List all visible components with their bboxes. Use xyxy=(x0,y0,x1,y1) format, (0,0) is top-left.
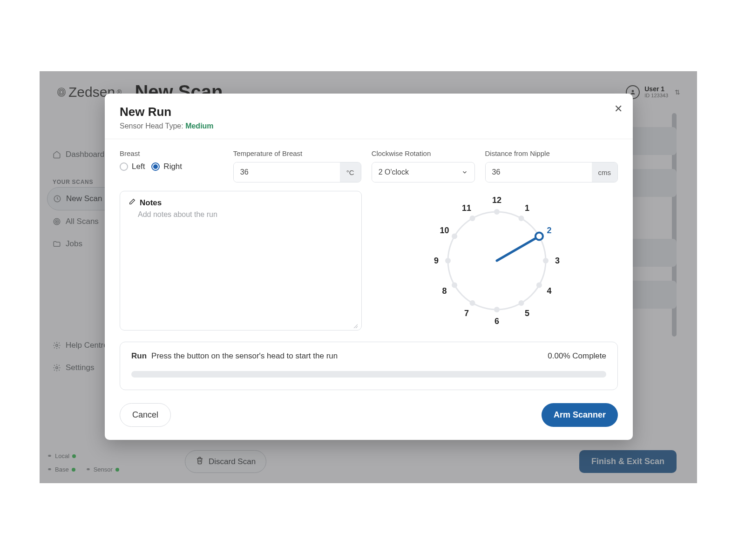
progress-bar xyxy=(131,371,606,378)
clock-hour-label: 10 xyxy=(440,226,449,235)
field-label: Distance from Nipple xyxy=(485,149,618,157)
clock-tick[interactable] xyxy=(543,258,549,263)
select-value: 2 O'clock xyxy=(372,162,455,182)
svg-line-10 xyxy=(354,324,358,328)
field-label: Breast xyxy=(120,149,223,157)
clock-tick[interactable] xyxy=(519,216,524,221)
chevron-down-icon xyxy=(455,162,474,182)
app-frame: Zedsen® New Scan User 1 ID 123343 ⇅ xyxy=(40,71,697,483)
clock-hour-label: 2 xyxy=(547,226,552,235)
pencil-icon xyxy=(129,198,136,208)
clock-selected-marker[interactable] xyxy=(535,233,543,240)
sensor-type-value: Medium xyxy=(185,122,213,130)
clock-hand[interactable] xyxy=(497,236,539,261)
field-label: Temperature of Breast xyxy=(233,149,361,157)
temperature-field: Temperature of Breast °C xyxy=(233,149,361,182)
radio-label: Left xyxy=(132,162,145,171)
notes-placeholder: Add notes about the run xyxy=(129,210,353,219)
clock-hour-label: 5 xyxy=(525,309,529,318)
rotation-field: Clockwise Rotation 2 O'clock xyxy=(372,149,475,182)
modal-header: New Run Sensor Head Type: Medium ✕ xyxy=(105,94,633,139)
clock-hour-label: 4 xyxy=(547,286,552,296)
run-label: Run xyxy=(131,351,147,361)
distance-input[interactable] xyxy=(486,162,592,182)
rotation-select[interactable]: 2 O'clock xyxy=(372,162,475,182)
run-panel: Run Press the button on the sensor's hea… xyxy=(120,342,618,390)
modal-subtitle: Sensor Head Type: Medium xyxy=(120,122,618,130)
cancel-button[interactable]: Cancel xyxy=(120,403,171,427)
clock-hour-label: 12 xyxy=(492,196,501,205)
resize-handle-icon[interactable] xyxy=(353,322,358,326)
clock-selector[interactable]: 121234567891011 xyxy=(376,191,618,331)
clock-tick[interactable] xyxy=(470,300,475,306)
modal-title: New Run xyxy=(120,105,618,119)
clock-tick[interactable] xyxy=(536,283,542,288)
clock-hour-label: 3 xyxy=(555,256,560,265)
clock-tick[interactable] xyxy=(494,209,500,215)
arm-scanner-button[interactable]: Arm Scanner xyxy=(542,403,618,427)
run-instruction: Press the button on the sensor's head to… xyxy=(151,351,338,361)
breast-field: Breast Left Right xyxy=(120,149,223,182)
clock-tick[interactable] xyxy=(445,258,451,263)
new-run-modal: New Run Sensor Head Type: Medium ✕ Breas… xyxy=(105,94,633,440)
close-icon[interactable]: ✕ xyxy=(614,103,623,115)
notes-textarea[interactable]: Notes Add notes about the run xyxy=(120,191,362,331)
clock-hour-label: 8 xyxy=(442,286,447,296)
clock-tick[interactable] xyxy=(519,300,524,306)
sensor-type-label: Sensor Head Type: xyxy=(120,122,183,130)
unit-label: °C xyxy=(340,162,361,182)
distance-field: Distance from Nipple cms xyxy=(485,149,618,182)
breast-right-radio[interactable]: Right xyxy=(151,162,182,171)
unit-label: cms xyxy=(592,162,618,182)
clock-hour-label: 6 xyxy=(494,317,499,326)
clock-tick[interactable] xyxy=(494,307,500,312)
clock-tick[interactable] xyxy=(452,283,457,288)
breast-left-radio[interactable]: Left xyxy=(120,162,145,171)
modal-footer: Cancel Arm Scanner xyxy=(105,401,633,440)
radio-label: Right xyxy=(163,162,182,171)
run-progress-label: 0.00% Complete xyxy=(548,351,606,361)
clock-tick[interactable] xyxy=(452,234,457,239)
clock-tick[interactable] xyxy=(470,216,475,221)
svg-line-11 xyxy=(356,326,358,328)
notes-title: Notes xyxy=(140,198,162,208)
radio-icon xyxy=(120,162,128,171)
clock-hour-label: 7 xyxy=(464,309,469,318)
clock-hour-label: 11 xyxy=(462,203,471,213)
clock-hour-label: 9 xyxy=(434,256,439,265)
modal-body: Breast Left Right Temperature xyxy=(105,139,633,401)
clock-hour-label: 1 xyxy=(525,203,529,213)
radio-icon xyxy=(151,162,160,171)
field-label: Clockwise Rotation xyxy=(372,149,475,157)
temperature-input[interactable] xyxy=(234,162,340,182)
